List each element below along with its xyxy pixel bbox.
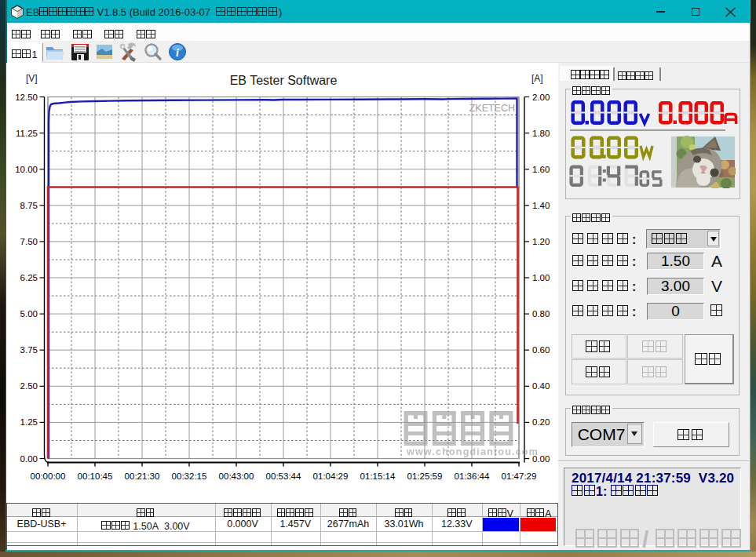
svg-text:www.chongdiantou.com: www.chongdiantou.com: [406, 446, 539, 457]
svg-text:1.25: 1.25: [20, 417, 38, 427]
svg-text:00:00:00: 00:00:00: [31, 471, 66, 481]
svg-text:0.80: 0.80: [532, 309, 550, 319]
svg-text:0.60: 0.60: [532, 345, 550, 355]
svg-text:EB Tester Software: EB Tester Software: [230, 74, 338, 87]
svg-text:2.50: 2.50: [20, 381, 38, 391]
svg-text:01:04:29: 01:04:29: [313, 471, 349, 481]
svg-text:00:32:15: 00:32:15: [172, 471, 207, 481]
svg-text:12.50: 12.50: [15, 93, 38, 102]
svg-text:01:25:59: 01:25:59: [407, 471, 443, 481]
svg-text:[A]: [A]: [531, 73, 543, 84]
svg-text:0.40: 0.40: [532, 381, 550, 391]
svg-text:00:53:44: 00:53:44: [266, 471, 301, 481]
svg-text:1.60: 1.60: [532, 165, 550, 174]
svg-text:10.00: 10.00: [15, 165, 38, 174]
svg-text:00:10:45: 00:10:45: [78, 471, 113, 481]
svg-text:2.00: 2.00: [532, 93, 550, 102]
svg-text:7.50: 7.50: [20, 237, 38, 246]
svg-text:0.20: 0.20: [532, 417, 550, 427]
svg-text:[V]: [V]: [26, 73, 38, 84]
svg-text:1.00: 1.00: [532, 273, 550, 282]
svg-text:6.25: 6.25: [20, 273, 38, 282]
svg-text:0.00: 0.00: [20, 454, 38, 464]
svg-text:ZKETECH: ZKETECH: [469, 103, 515, 114]
svg-text:1.80: 1.80: [532, 129, 550, 138]
svg-text:11.25: 11.25: [16, 129, 38, 138]
svg-text:1.20: 1.20: [532, 237, 550, 246]
svg-text:3.75: 3.75: [20, 345, 38, 355]
svg-text:01:36:44: 01:36:44: [455, 471, 490, 481]
svg-text:5.00: 5.00: [20, 309, 38, 319]
svg-text:01:15:14: 01:15:14: [360, 471, 396, 481]
svg-text:00:21:30: 00:21:30: [125, 471, 160, 481]
svg-text:01:47:29: 01:47:29: [502, 471, 537, 481]
svg-text:8.75: 8.75: [20, 201, 38, 210]
svg-text:i: i: [176, 47, 179, 59]
svg-text:00:43:00: 00:43:00: [219, 471, 254, 481]
svg-text:1.40: 1.40: [532, 201, 550, 210]
